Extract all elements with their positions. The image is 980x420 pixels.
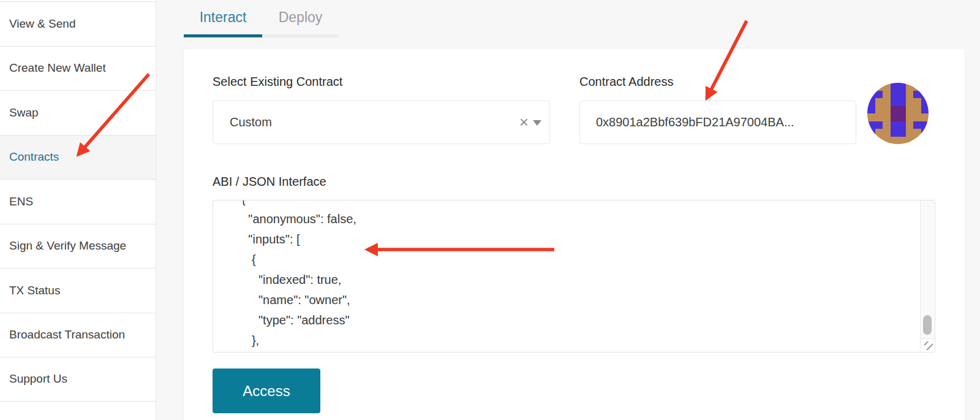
- sidebar-item-label: Support Us: [9, 372, 67, 386]
- sidebar-item-tx-status[interactable]: TX Status: [0, 268, 156, 313]
- sidebar-item-label: ENS: [9, 195, 33, 208]
- sidebar-item-create-new-wallet[interactable]: Create New Wallet: [0, 46, 156, 91]
- tab-deploy[interactable]: Deploy: [262, 0, 339, 37]
- sidebar-item-broadcast-transaction[interactable]: Broadcast Transaction: [0, 313, 156, 357]
- sidebar-item-ens[interactable]: ENS: [0, 179, 156, 224]
- sidebar: View & Send Create New Wallet Swap Contr…: [0, 0, 156, 420]
- interact-contract-card: Select Existing Contract Custom × Contra…: [184, 49, 965, 420]
- sidebar-item-label: Contracts: [9, 150, 59, 164]
- resize-grip-icon[interactable]: [924, 342, 933, 350]
- selected-contract-value: Custom: [230, 115, 549, 129]
- abi-json-content: { "anonymous": false, "inputs": [ { "ind…: [213, 200, 935, 351]
- sidebar-item-label: Swap: [9, 106, 39, 120]
- sidebar-item-label: Sign & Verify Message: [9, 239, 126, 253]
- sidebar-item-label: Broadcast Transaction: [9, 328, 125, 342]
- abi-resize-corner: [920, 338, 935, 352]
- sidebar-item-swap[interactable]: Swap: [0, 90, 156, 135]
- access-button[interactable]: Access: [213, 368, 320, 413]
- sidebar-item-label: Create New Wallet: [9, 61, 106, 75]
- chevron-down-icon[interactable]: [533, 120, 541, 126]
- sidebar-item-label: TX Status: [9, 284, 60, 297]
- existing-contract-select[interactable]: Custom ×: [213, 101, 550, 144]
- abi-json-textarea[interactable]: { "anonymous": false, "inputs": [ { "ind…: [213, 200, 935, 353]
- sidebar-item-label: View & Send: [9, 17, 75, 31]
- tab-interact[interactable]: Interact: [184, 0, 262, 37]
- abi-json-interface-label: ABI / JSON Interface: [213, 175, 326, 189]
- contract-address-input[interactable]: [579, 101, 856, 144]
- contract-address-label: Contract Address: [579, 75, 673, 89]
- tab-label: Deploy: [279, 9, 323, 26]
- sidebar-item-support-us[interactable]: Support Us: [0, 357, 156, 402]
- mew-contracts-screen: View & Send Create New Wallet Swap Contr…: [0, 0, 980, 420]
- tab-label: Interact: [200, 9, 247, 26]
- abi-scrollbar-thumb[interactable]: [923, 315, 932, 335]
- contract-tabs: Interact Deploy: [184, 0, 339, 37]
- abi-scrollbar-track[interactable]: [920, 200, 935, 338]
- identicon-blocks: [867, 83, 929, 144]
- address-identicon: [867, 83, 929, 144]
- sidebar-item-sign-verify-message[interactable]: Sign & Verify Message: [0, 224, 156, 269]
- clear-selection-icon[interactable]: ×: [519, 113, 529, 129]
- sidebar-item-contracts[interactable]: Contracts: [0, 135, 156, 180]
- sidebar-item-view-send[interactable]: View & Send: [0, 1, 156, 46]
- select-existing-contract-label: Select Existing Contract: [213, 75, 342, 89]
